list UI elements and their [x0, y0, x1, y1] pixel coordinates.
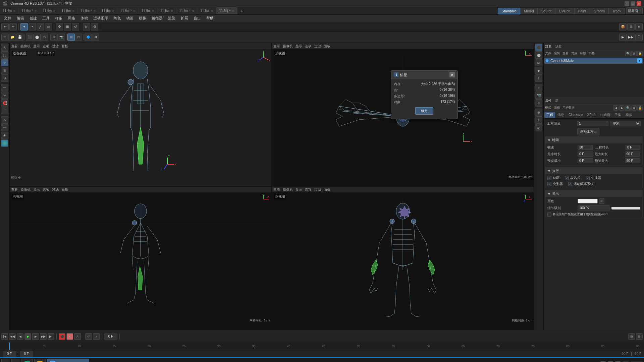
rvt-mat[interactable]: ◆ — [535, 67, 542, 74]
menu-volume[interactable]: 体积 — [78, 15, 91, 21]
browser-btn[interactable]: e — [21, 359, 33, 362]
tab-11[interactable]: 11.fbx ✕ — [198, 7, 216, 15]
tl-auto-btn[interactable]: A — [74, 333, 81, 340]
fps-input[interactable] — [578, 145, 593, 150]
points-mode-btn[interactable]: • — [29, 23, 36, 31]
undo-btn[interactable]: ↩ — [1, 23, 9, 31]
vp-menu-disp1[interactable]: 显示 — [33, 44, 40, 49]
obj-row-genesis[interactable]: Genesis8Male ● — [544, 58, 643, 64]
start-btn[interactable]: ⊞ — [1, 359, 10, 362]
tl-loop-btn[interactable]: ↺ — [85, 333, 92, 340]
taskview-btn[interactable]: ⊟ — [11, 359, 20, 362]
viewport-right[interactable]: 查看 摄像机 显示 选项 过滤 面板 右视图 — [9, 186, 272, 330]
rp-userdata-label[interactable]: 用户数据 — [562, 106, 575, 110]
tab-8[interactable]: 11.fbx ✕ — [139, 7, 158, 15]
c4d-btn[interactable]: C Cinema 4D R26.1... — [47, 359, 89, 362]
status-curr-frame[interactable] — [20, 351, 33, 357]
status-start-frame[interactable] — [3, 351, 16, 357]
prevmax-input[interactable] — [625, 158, 641, 163]
obj-manager-btn[interactable]: 📦 — [619, 23, 627, 31]
select-mode-btn[interactable]: ✦ — [20, 23, 28, 31]
render-settings-btn[interactable]: ⚙ — [91, 23, 98, 31]
color-edit-btn[interactable]: ✏ — [599, 198, 604, 204]
menu-track[interactable]: 路径器 — [149, 15, 165, 21]
menu-ext[interactable]: 扩展 — [178, 15, 191, 21]
rvt-connector[interactable]: ⊕ — [535, 109, 542, 116]
rvt-t[interactable]: T — [535, 74, 542, 82]
move-btn[interactable]: ✛ — [56, 23, 63, 31]
lt-spline[interactable]: ∿ — [1, 116, 8, 124]
rp-sub-bookmark[interactable]: 书签 — [589, 51, 595, 56]
rp-prop-tab-project[interactable]: 工程 — [544, 112, 555, 118]
vp-menu-disp2[interactable]: 显示 — [296, 44, 302, 49]
section-timing-header[interactable]: ▼ 时间 — [545, 137, 642, 143]
renderer-checkbox[interactable] — [547, 213, 551, 217]
lt-color[interactable] — [1, 139, 8, 147]
vp-menu-panel1[interactable]: 面板 — [61, 44, 68, 49]
tb-layout-4[interactable]: ⊞ — [67, 34, 75, 41]
rescale-btn[interactable]: 缩放工程... — [577, 128, 599, 135]
tb-new[interactable]: □ — [1, 34, 9, 41]
rvt-tag[interactable]: 🏷 — [535, 59, 542, 66]
rp-sub-obj[interactable]: 对象 — [571, 51, 577, 56]
tab-5[interactable]: 11.fbx * ✕ — [78, 7, 99, 15]
layer-btn[interactable]: ≡ — [635, 23, 643, 31]
mode-model[interactable]: Model — [520, 8, 538, 14]
vp-menu-view3[interactable]: 查看 — [11, 187, 18, 192]
menu-spline[interactable]: 样条 — [52, 15, 65, 21]
lt-bend[interactable]: ⌒ — [1, 107, 8, 114]
lod-input[interactable] — [578, 205, 610, 210]
anim-checkbox[interactable] — [547, 176, 551, 180]
edge-mode-btn[interactable]: ╱ — [37, 23, 44, 31]
rp-prop-tab-sub[interactable]: 子集 — [612, 112, 623, 118]
tl-record-btn[interactable]: ⚫ — [59, 333, 65, 340]
tab-9[interactable]: 11.fbx ✕ — [158, 7, 176, 15]
tl-next-btn[interactable]: ▶▶ — [40, 333, 47, 340]
lt-eye[interactable]: 👁 — [1, 132, 8, 139]
vp-menu-disp3[interactable]: 显示 — [33, 187, 40, 192]
maxtime-input[interactable] — [625, 152, 641, 157]
tb-snap[interactable]: 🔷 — [85, 34, 92, 41]
poly-mode-btn[interactable]: ▭ — [45, 23, 52, 31]
tb-render-all[interactable]: ▶▶ — [627, 34, 635, 41]
menu-anim[interactable]: 动画 — [123, 15, 136, 21]
rvt-camera[interactable]: 📷 — [535, 92, 542, 99]
vp-menu-disp4[interactable]: 显示 — [296, 187, 302, 192]
tab-1[interactable]: 11.fbx ✕ — [0, 7, 19, 15]
minimize-btn[interactable]: ─ — [625, 1, 629, 6]
attr-btn[interactable]: ⊟ — [627, 23, 635, 31]
rvt-eye2[interactable]: ◎ — [535, 124, 542, 131]
tab-6[interactable]: 11.fbx ✕ — [99, 7, 118, 15]
lt-select-rect[interactable]: ⬚ — [1, 51, 8, 59]
menu-window[interactable]: 窗口 — [191, 15, 204, 21]
menu-render[interactable]: 渲染 — [165, 15, 178, 21]
rp-search-btn2[interactable]: 🔍 — [625, 105, 631, 111]
rp-settings-btn[interactable]: ⚙ — [631, 51, 637, 56]
viewport-front[interactable]: 查看 摄像机 显示 选项 过滤 面板 正视图 — [272, 186, 534, 330]
motion-checkbox[interactable] — [568, 182, 572, 186]
rp-lock-btn[interactable]: 🔒 — [637, 51, 643, 56]
worktime-input[interactable] — [626, 145, 640, 150]
viewport-perspective[interactable]: 查看 摄像机 显示 选项 过滤 面板 透视视图 默认摄像机* — [9, 43, 272, 186]
tab-2[interactable]: 11.fbx * ✕ — [19, 7, 40, 15]
scrubber-area[interactable]: 0 5 10 15 20 25 30 35 40 45 50 55 60 65 … — [0, 343, 644, 350]
vp-menu-cam2[interactable]: 摄像机 — [283, 44, 293, 49]
rotate-btn[interactable]: ↺ — [72, 23, 79, 31]
vp-menu-cam3[interactable]: 摄像机 — [20, 187, 31, 192]
menu-tools[interactable]: 工具 — [40, 15, 52, 21]
tl-key-btn[interactable]: K — [66, 333, 73, 340]
menu-edit[interactable]: 编辑 — [14, 15, 27, 21]
rvt-null[interactable]: ○ — [535, 84, 542, 91]
tb-render-view[interactable]: ▶ — [619, 34, 627, 41]
rvt-sphere[interactable]: ⬤ — [535, 51, 542, 59]
tl-fullscreen-btn[interactable]: ⊞ — [636, 333, 643, 340]
section-display-header[interactable]: ▼ 显示 — [545, 190, 642, 197]
color-picker[interactable] — [578, 199, 598, 203]
lt-knife[interactable]: ✂ — [1, 92, 8, 99]
rp-prop-tab-cineware[interactable]: Cineware — [567, 112, 585, 117]
mode-sculpt[interactable]: Sculpt — [538, 8, 555, 14]
rp-prop-tab-anim[interactable]: □ 动画 — [598, 112, 612, 118]
explorer-btn[interactable]: 📁 — [34, 359, 46, 362]
rp-fwd-btn[interactable]: ▶ — [619, 105, 625, 111]
mode-paint[interactable]: Paint — [574, 8, 590, 14]
